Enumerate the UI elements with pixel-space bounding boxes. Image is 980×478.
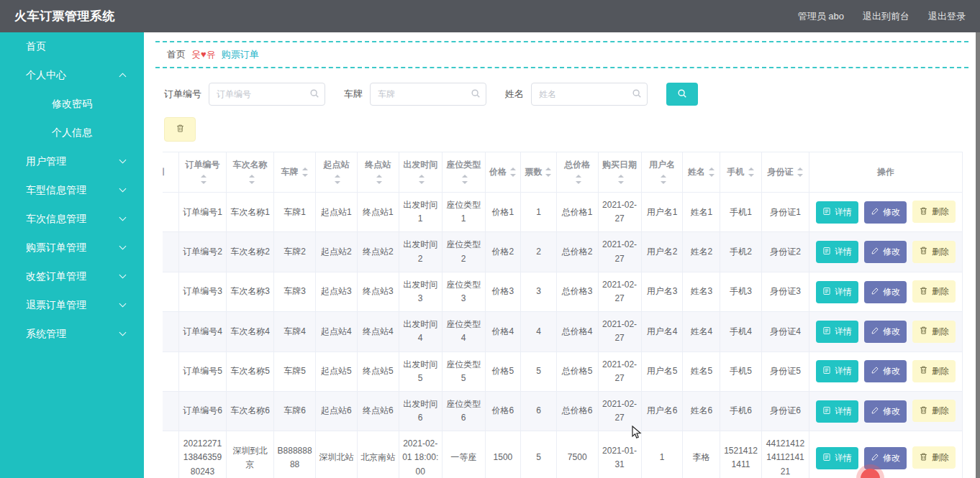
breadcrumb-home[interactable]: 首页 — [167, 48, 186, 61]
edit-button[interactable]: 修改 — [864, 321, 907, 343]
cell-start-station: 起点站5 — [316, 351, 358, 391]
sidebar-item-train-type-mgmt[interactable]: 车型信息管理 — [0, 176, 144, 205]
column-header-seat-type[interactable]: 座位类型 — [442, 152, 485, 193]
detail-button[interactable]: 详情 — [816, 241, 858, 263]
search-input-plate[interactable] — [370, 83, 486, 106]
sidebar-item-profile-info[interactable]: 个人信息 — [0, 119, 144, 147]
cell-index — [163, 312, 178, 351]
chevron-down-icon — [119, 300, 127, 308]
topbar-logout-link[interactable]: 退出登录 — [928, 10, 966, 23]
edit-icon — [871, 287, 879, 298]
column-header-depart-time[interactable]: 出发时间 — [399, 152, 442, 193]
chevron-down-icon — [119, 157, 127, 164]
cell-train-name: 车次名称4 — [227, 312, 274, 351]
column-header-buy-date[interactable]: 购买日期 — [598, 152, 641, 193]
column-header-phone[interactable]: 手机 — [720, 152, 762, 193]
detail-icon — [822, 207, 831, 218]
chevron-down-icon — [119, 243, 127, 250]
cell-ticket-count: 4 — [521, 312, 557, 351]
column-header-label: 购买日期 — [602, 160, 637, 170]
delete-button[interactable]: 删除 — [912, 321, 956, 343]
search-label-name: 姓名 — [505, 88, 524, 101]
sidebar-item-system-mgmt[interactable]: 系统管理 — [0, 320, 144, 349]
sidebar-item-change-password[interactable]: 修改密码 — [0, 90, 144, 119]
edit-button[interactable]: 修改 — [864, 447, 907, 469]
sidebar-item-home[interactable]: 首页 — [0, 32, 144, 61]
column-header-price[interactable]: 价格 — [485, 152, 521, 193]
batch-delete-button[interactable] — [164, 117, 196, 142]
column-header-end-station[interactable]: 终点站 — [357, 152, 399, 193]
delete-button[interactable]: 删除 — [912, 360, 956, 382]
cell-actions: 详情修改删除 — [809, 272, 963, 311]
detail-button[interactable]: 详情 — [816, 281, 858, 303]
cell-buy-date: 2021-02-27 — [598, 193, 641, 232]
column-header-order-no[interactable]: 订单编号 — [178, 152, 226, 193]
edit-button[interactable]: 修改 — [864, 281, 907, 303]
topbar-exit-front-link[interactable]: 退出到前台 — [863, 10, 909, 23]
cell-depart-time: 出发时间6 — [399, 391, 442, 431]
cell-name: 姓名3 — [683, 272, 720, 311]
edit-button[interactable]: 修改 — [864, 360, 907, 382]
edit-button[interactable]: 修改 — [864, 201, 907, 224]
edit-button[interactable]: 修改 — [864, 241, 907, 263]
search-input-order-no[interactable] — [209, 83, 325, 106]
sidebar-item-label: 个人信息 — [52, 127, 92, 139]
sidebar-item-train-no-mgmt[interactable]: 车次信息管理 — [0, 205, 144, 234]
edit-button-label: 修改 — [883, 246, 900, 258]
cell-seat-type: 座位类型2 — [442, 232, 485, 272]
sidebar-item-profile-center[interactable]: 个人中心 — [0, 61, 144, 90]
sort-caret-icon — [796, 167, 804, 178]
search-input-name[interactable] — [531, 83, 648, 106]
sort-caret-icon — [199, 174, 207, 185]
delete-button[interactable]: 删除 — [912, 446, 956, 469]
delete-button-label: 删除 — [932, 206, 949, 218]
search-button[interactable] — [666, 83, 698, 106]
cell-index — [163, 232, 178, 272]
cell-name: 姓名6 — [683, 391, 720, 431]
detail-button[interactable]: 详情 — [816, 447, 858, 469]
delete-button[interactable]: 删除 — [912, 201, 956, 223]
table-row: 订单编号5车次名称5车牌5起点站5终点站5出发时间5座位类型5价格55总价格52… — [163, 351, 963, 391]
cell-seat-type: 座位类型6 — [442, 391, 485, 431]
detail-button[interactable]: 详情 — [816, 400, 858, 423]
column-header-name[interactable]: 姓名 — [683, 152, 720, 193]
sidebar-item-rebook-order-mgmt[interactable]: 改签订单管理 — [0, 262, 144, 291]
column-header-plate[interactable]: 车牌 — [274, 152, 316, 193]
cell-train-name: 车次名称5 — [227, 351, 274, 391]
delete-button[interactable]: 删除 — [912, 400, 956, 422]
sidebar-item-label: 车次信息管理 — [26, 213, 86, 226]
column-header-label: 手机 — [727, 167, 745, 177]
cell-ticket-count: 6 — [521, 391, 557, 431]
sort-caret-icon — [301, 167, 309, 178]
delete-button[interactable]: 删除 — [912, 280, 956, 303]
cell-train-name: 车次名称3 — [227, 272, 274, 311]
orders-table-container: 索引订单编号车次名称车牌起点站终点站出发时间座位类型价格票数总价格购买日期用户名… — [163, 152, 963, 478]
topbar-user[interactable]: 管理员 abo — [798, 10, 844, 23]
cell-total-price: 总价格2 — [556, 232, 598, 272]
edit-button[interactable]: 修改 — [864, 400, 907, 423]
detail-button[interactable]: 详情 — [816, 360, 858, 382]
edit-button-label: 修改 — [883, 365, 900, 377]
sidebar-item-ticket-order-mgmt[interactable]: 购票订单管理 — [0, 234, 144, 262]
cell-ticket-count: 5 — [521, 431, 557, 478]
column-header-label: 姓名 — [688, 167, 705, 177]
column-header-train-name[interactable]: 车次名称 — [227, 152, 274, 193]
vertical-scrollbar[interactable] — [976, 32, 980, 478]
column-header-username[interactable]: 用户名 — [641, 152, 683, 193]
column-header-label: 票数 — [525, 167, 542, 177]
sidebar-item-refund-order-mgmt[interactable]: 退票订单管理 — [0, 291, 144, 320]
cell-end-station: 终点站1 — [357, 193, 399, 232]
detail-button-label: 详情 — [835, 452, 852, 464]
cell-depart-time: 出发时间5 — [399, 351, 442, 391]
sort-caret-icon — [509, 167, 517, 178]
breadcrumb-current[interactable]: 购票订单 — [222, 48, 259, 61]
detail-button[interactable]: 详情 — [816, 201, 858, 224]
column-header-ticket-count[interactable]: 票数 — [521, 152, 557, 193]
detail-icon — [822, 366, 831, 377]
column-header-total-price[interactable]: 总价格 — [556, 152, 598, 193]
sidebar-item-user-mgmt[interactable]: 用户管理 — [0, 147, 144, 176]
column-header-id-card[interactable]: 身份证 — [761, 152, 809, 193]
delete-button[interactable]: 删除 — [912, 241, 956, 263]
detail-button[interactable]: 详情 — [816, 321, 858, 343]
column-header-start-station[interactable]: 起点站 — [316, 152, 358, 193]
